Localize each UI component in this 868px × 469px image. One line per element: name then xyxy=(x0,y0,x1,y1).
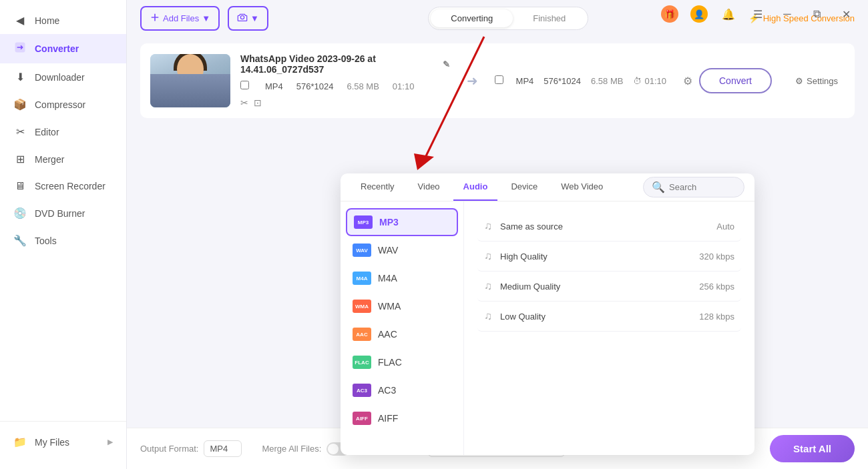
aac-icon: AAC xyxy=(353,328,371,341)
crop-icon[interactable]: ⊡ xyxy=(254,97,262,108)
settings-button[interactable]: ⚙ Settings xyxy=(789,73,845,89)
tab-finished[interactable]: Finished xyxy=(513,9,586,27)
file-meta-row: MP4 576*1024 6.58 MB 01:10 xyxy=(240,80,450,92)
scissors-icon[interactable]: ✂ xyxy=(240,97,248,108)
format-item-flac[interactable]: FLAC FLAC xyxy=(341,348,463,376)
file-thumbnail xyxy=(150,54,230,107)
sidebar-item-my-files[interactable]: 📁 My Files ▶ xyxy=(0,428,126,456)
tab-recently[interactable]: Recently xyxy=(351,173,405,201)
format-item-ac3[interactable]: AC3 AC3 xyxy=(341,376,463,404)
main-content: 🎁 👤 🔔 ☰ ─ ⧉ ✕ Add Files ▼ xyxy=(127,0,868,469)
file-name-row: WhatsApp Video 2023-09-26 at 14.41.06_07… xyxy=(240,53,450,75)
quality-low[interactable]: ♫ Low Quality 128 kbps xyxy=(477,302,741,332)
quality-label-4: Low Quality xyxy=(500,312,691,322)
output-format-checkbox[interactable] xyxy=(495,75,506,87)
tab-switcher: Converting Finished xyxy=(428,7,588,30)
mp3-icon: MP3 xyxy=(354,215,373,229)
tools-label: Tools xyxy=(35,236,57,246)
my-files-label: My Files xyxy=(35,437,69,448)
toolbar-left: Add Files ▼ ▼ xyxy=(140,6,268,31)
sidebar-item-home[interactable]: ◀ Home xyxy=(0,7,126,34)
output-format-select[interactable]: MP4 xyxy=(204,440,242,457)
settings-icon-btn[interactable]: ⚙ xyxy=(683,75,692,87)
dvd-burner-icon: 💿 xyxy=(13,207,27,219)
file-format-text: MP4 xyxy=(265,81,283,91)
format-item-aac[interactable]: AAC AAC xyxy=(341,320,463,348)
tab-audio[interactable]: Audio xyxy=(453,173,498,201)
output-format-label: Output Format: xyxy=(140,444,198,454)
format-item-wav[interactable]: WAV WAV xyxy=(341,236,463,264)
bell-icon[interactable]: 🔔 xyxy=(720,5,737,23)
format-item-mp3[interactable]: MP3 MP3 xyxy=(346,208,458,236)
add-files-label: Add Files xyxy=(163,13,199,23)
tab-device[interactable]: Device xyxy=(501,173,548,201)
restore-icon[interactable]: ⧉ xyxy=(808,5,825,23)
flac-label: FLAC xyxy=(378,357,402,368)
output-checkbox[interactable] xyxy=(495,75,503,84)
sidebar-item-merger[interactable]: ⊞ Merger xyxy=(0,145,126,173)
minimize-icon[interactable]: ─ xyxy=(779,5,796,23)
aiff-label: AIFF xyxy=(378,413,398,424)
format-search-input[interactable] xyxy=(669,182,736,192)
my-files-icon: 📁 xyxy=(13,436,27,448)
edit-name-icon[interactable]: ✎ xyxy=(443,59,450,69)
ac3-label: AC3 xyxy=(378,385,396,396)
quality-same-as-source[interactable]: ♫ Same as source Auto xyxy=(477,211,741,242)
close-icon[interactable]: ✕ xyxy=(837,5,855,23)
m4a-label: M4A xyxy=(378,273,397,284)
downloader-icon: ⬇ xyxy=(13,71,27,83)
add-files-button[interactable]: Add Files ▼ xyxy=(140,6,220,31)
format-item-aiff[interactable]: AIFF AIFF xyxy=(341,404,463,432)
flac-icon: FLAC xyxy=(353,356,371,369)
clock-icon: ⏱ xyxy=(633,76,642,86)
tab-web-video[interactable]: Web Video xyxy=(551,173,613,201)
editor-icon: ✂ xyxy=(13,125,27,138)
file-format-checkbox[interactable] xyxy=(240,80,252,92)
sidebar-home-label: Home xyxy=(35,15,59,26)
format-dropdown: Recently Video Audio Device Web Video 🔍 … xyxy=(341,173,754,455)
screen-recorder-label: Screen Recorder xyxy=(35,181,105,191)
add-from-camera-button[interactable]: ▼ xyxy=(228,6,268,31)
sidebar-item-editor[interactable]: ✂ Editor xyxy=(0,118,126,145)
convert-button[interactable]: Convert xyxy=(699,68,772,93)
tools-icon: 🔧 xyxy=(13,234,27,247)
quality-value-3: 256 kbps xyxy=(699,282,734,292)
sidebar-item-dvd-burner[interactable]: 💿 DVD Burner xyxy=(0,199,126,227)
svg-marker-3 xyxy=(414,153,434,170)
merger-label: Merger xyxy=(35,154,64,165)
sidebar-item-tools[interactable]: 🔧 Tools xyxy=(0,227,126,254)
file-duration: 01:10 xyxy=(393,81,415,91)
sidebar-item-converter[interactable]: Converter xyxy=(0,34,126,63)
compressor-icon: 📦 xyxy=(13,98,27,111)
start-all-button[interactable]: Start All xyxy=(770,435,855,462)
converter-label: Converter xyxy=(35,43,79,54)
menu-icon[interactable]: ☰ xyxy=(749,5,767,23)
quality-high[interactable]: ♫ High Quality 320 kbps xyxy=(477,242,741,272)
ac3-icon: AC3 xyxy=(353,384,371,397)
quality-label-1: Same as source xyxy=(500,221,708,231)
sidebar-item-compressor[interactable]: 📦 Compressor xyxy=(0,91,126,118)
format-item-wma[interactable]: WMA WMA xyxy=(341,292,463,320)
quality-label-3: Medium Quality xyxy=(500,282,691,292)
m4a-icon: M4A xyxy=(353,272,371,285)
user-icon[interactable]: 👤 xyxy=(690,5,708,23)
settings-label: Settings xyxy=(807,76,838,86)
sidebar-item-screen-recorder[interactable]: 🖥 Screen Recorder xyxy=(0,173,126,199)
format-tab-bar: Recently Video Audio Device Web Video 🔍 xyxy=(341,173,754,201)
file-name-text: WhatsApp Video 2023-09-26 at 14.41.06_07… xyxy=(240,53,437,75)
wma-label: WMA xyxy=(378,301,401,312)
file-checkbox[interactable] xyxy=(240,81,249,89)
quality-value-1: Auto xyxy=(716,221,734,231)
sidebar-item-downloader[interactable]: ⬇ Downloader xyxy=(0,63,126,91)
quality-medium[interactable]: ♫ Medium Quality 256 kbps xyxy=(477,272,741,302)
camera-icon xyxy=(237,12,248,25)
quality-value-4: 128 kbps xyxy=(699,312,734,322)
tab-converting[interactable]: Converting xyxy=(431,9,513,27)
add-files-dropdown-icon: ▼ xyxy=(202,13,210,23)
action-buttons: ⚙ Convert xyxy=(683,68,772,93)
quality-panel: ♫ Same as source Auto ♫ High Quality 320… xyxy=(464,201,754,455)
format-item-m4a[interactable]: M4A M4A xyxy=(341,264,463,292)
tab-video[interactable]: Video xyxy=(408,173,450,201)
settings-area: ⚙ Settings xyxy=(789,73,845,89)
gift-icon[interactable]: 🎁 xyxy=(661,5,678,23)
